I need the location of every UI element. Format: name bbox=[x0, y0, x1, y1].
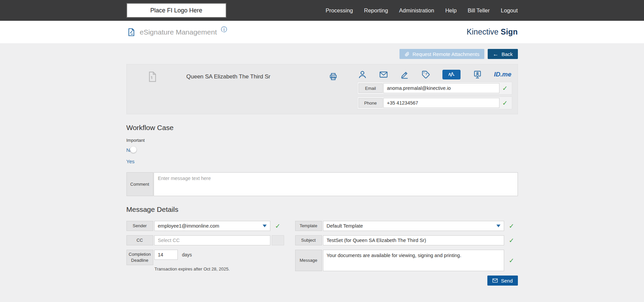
esignature-doc-icon bbox=[126, 27, 136, 37]
subject-row: Subject ✓ bbox=[295, 235, 518, 245]
send-envelope-icon bbox=[492, 278, 498, 283]
message-label: Message bbox=[295, 250, 322, 271]
completion-deadline-row: Completion Deadline days bbox=[126, 250, 284, 265]
email-input[interactable] bbox=[383, 83, 499, 93]
important-option-no[interactable]: No bbox=[126, 147, 142, 153]
phone-row: Phone ✓ bbox=[357, 97, 512, 109]
send-row: Send bbox=[295, 276, 518, 286]
important-label: Important bbox=[126, 138, 518, 143]
comment-row: Comment bbox=[126, 172, 518, 196]
svg-text:?: ? bbox=[425, 72, 427, 76]
print-icon[interactable] bbox=[329, 72, 338, 81]
kiosk-icon[interactable] bbox=[473, 70, 482, 79]
nav-processing[interactable]: Processing bbox=[326, 7, 353, 14]
nav-logout[interactable]: Logout bbox=[501, 7, 518, 14]
page-header: eSignature Management ⓘ Kinective Sign bbox=[0, 21, 644, 43]
top-actions: Request Remote Attachments ← Back bbox=[126, 49, 518, 59]
days-label: days bbox=[182, 252, 192, 257]
expiry-note: Transaction expires after Oct 28, 2025. bbox=[155, 266, 284, 271]
cc-input[interactable] bbox=[154, 235, 270, 245]
completion-deadline-label: Completion Deadline bbox=[126, 250, 153, 265]
info-icon[interactable]: ⓘ bbox=[221, 25, 227, 34]
touch-sign-icon-selected[interactable] bbox=[442, 70, 461, 79]
back-button[interactable]: ← Back bbox=[488, 49, 518, 59]
send-button[interactable]: Send bbox=[487, 276, 518, 286]
subject-label: Subject bbox=[295, 235, 322, 245]
message-details-title: Message Details bbox=[126, 205, 518, 214]
chevron-down-icon bbox=[263, 225, 267, 227]
template-valid-check-icon: ✓ bbox=[505, 221, 518, 231]
message-valid-check-icon: ✓ bbox=[505, 250, 518, 271]
subject-input[interactable] bbox=[323, 235, 504, 245]
envelope-icon[interactable] bbox=[379, 70, 388, 79]
brand-product: Sign bbox=[501, 27, 518, 36]
sender-row: Sender employee1@immonline.com ✓ bbox=[126, 221, 284, 231]
email-label: Email bbox=[359, 83, 383, 93]
delivery-and-contact: ? ID.me Email bbox=[357, 69, 512, 109]
details-right-column: Template Default Template ✓ Subject ✓ Me… bbox=[295, 221, 518, 286]
details-left-column: Sender employee1@immonline.com ✓ CC Comp… bbox=[126, 221, 284, 271]
chevron-down-icon bbox=[496, 225, 500, 227]
toggle-knob[interactable] bbox=[130, 146, 137, 153]
person-icon[interactable] bbox=[358, 70, 367, 79]
cc-check-placeholder bbox=[272, 235, 284, 245]
comment-textarea[interactable] bbox=[154, 172, 518, 196]
workflow-case-title: Workflow Case bbox=[126, 124, 518, 132]
brand-name: Kinective bbox=[467, 27, 498, 36]
main-nav: Processing Reporting Administration Help… bbox=[326, 7, 518, 14]
completion-deadline-input[interactable] bbox=[154, 250, 178, 260]
file-placeholder-icon bbox=[147, 71, 158, 82]
message-details-grid: Sender employee1@immonline.com ✓ CC Comp… bbox=[126, 221, 518, 286]
comment-label: Comment bbox=[126, 172, 153, 196]
email-valid-check-icon: ✓ bbox=[499, 84, 511, 92]
template-select[interactable]: Default Template bbox=[323, 221, 504, 231]
paperclip-icon bbox=[405, 52, 410, 57]
phone-label: Phone bbox=[359, 98, 383, 108]
document-thumbnail-zone bbox=[132, 69, 172, 109]
nav-administration[interactable]: Administration bbox=[399, 7, 434, 14]
phone-valid-check-icon: ✓ bbox=[499, 99, 511, 107]
back-arrow-icon: ← bbox=[493, 51, 498, 57]
template-label: Template bbox=[295, 221, 322, 231]
email-row: Email ✓ bbox=[357, 82, 512, 95]
cc-label: CC bbox=[126, 235, 153, 245]
delivery-method-icons: ? ID.me bbox=[357, 69, 512, 80]
signature-icon[interactable] bbox=[400, 70, 409, 79]
sender-select[interactable]: employee1@immonline.com bbox=[154, 221, 270, 231]
topbar: Place FI Logo Here Processing Reporting … bbox=[0, 0, 644, 21]
idme-logo[interactable]: ID.me bbox=[494, 71, 512, 78]
important-option-yes[interactable]: Yes bbox=[126, 159, 142, 164]
sender-valid-check-icon: ✓ bbox=[272, 221, 284, 231]
sender-label: Sender bbox=[126, 221, 153, 231]
nav-reporting[interactable]: Reporting bbox=[364, 7, 388, 14]
touch-sign-icon bbox=[447, 71, 456, 78]
request-remote-attachments-button[interactable]: Request Remote Attachments bbox=[399, 49, 484, 59]
brand-logo: Kinective Sign bbox=[467, 27, 518, 37]
nav-user-menu[interactable]: Bill Teller bbox=[468, 7, 490, 14]
template-row: Template Default Template ✓ bbox=[295, 221, 518, 231]
phone-input[interactable] bbox=[383, 98, 499, 108]
cc-row: CC bbox=[126, 235, 284, 245]
question-tag-icon[interactable]: ? bbox=[421, 70, 430, 79]
nav-help[interactable]: Help bbox=[445, 7, 457, 14]
message-textarea[interactable]: Your documents are available for viewing… bbox=[323, 250, 504, 271]
page-title: eSignature Management bbox=[140, 28, 217, 36]
subject-valid-check-icon: ✓ bbox=[505, 235, 518, 245]
recipient-panel: Queen SA Elizabeth The Third Sr bbox=[126, 64, 518, 114]
message-row: Message Your documents are available for… bbox=[295, 250, 518, 271]
fi-logo-placeholder[interactable]: Place FI Logo Here bbox=[126, 3, 226, 18]
main-content: Request Remote Attachments ← Back Queen … bbox=[0, 43, 644, 286]
recipient-name: Queen SA Elizabeth The Third Sr bbox=[186, 73, 271, 109]
